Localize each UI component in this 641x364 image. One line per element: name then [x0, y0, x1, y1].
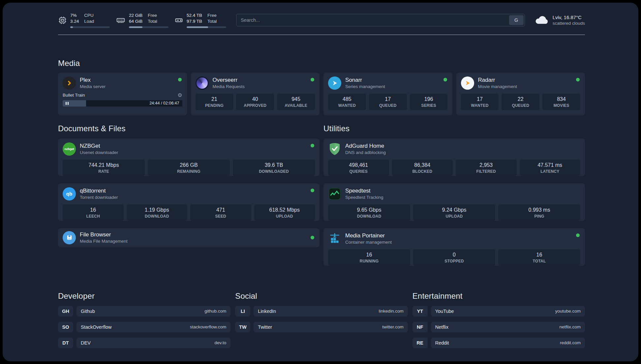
stat-label: PENDING	[197, 103, 232, 108]
settings-gear-icon[interactable]: ⚙	[177, 93, 182, 98]
stat-value: 471	[192, 207, 250, 213]
link-bar: Github github.com	[76, 306, 230, 317]
app-card-speedtest[interactable]: Speedtest Speedtest Tracking 9.65 Gbps D…	[323, 183, 585, 221]
section-title-media: Media	[58, 59, 585, 68]
stat-value: 16	[329, 252, 409, 258]
app-name: File Browser	[80, 231, 128, 238]
playback-time: 24:44 / 02:06:47	[149, 101, 179, 106]
section-title-documents: Documents & Files	[58, 124, 320, 133]
cpu-label: CPU	[84, 13, 94, 18]
memory-icon	[116, 16, 126, 25]
radarr-icon	[461, 76, 474, 90]
link-row-github[interactable]: GH Github github.com	[58, 306, 230, 317]
stat-label: QUEUED	[370, 103, 406, 108]
link-bar: DEV dev.to	[76, 338, 230, 348]
section-social: Social LI LinkedIn linkedin.com TW Twitt…	[235, 291, 408, 353]
stat-tile: 744.21 Mbps RATE	[63, 160, 145, 176]
app-card-radarr[interactable]: Radarr Movie management 17 WANTED 22 QUE…	[456, 73, 585, 115]
app-card-filebrowser[interactable]: File Browser Media File Management	[58, 228, 320, 247]
link-row-stackoverflow[interactable]: SO StackOverflow stackoverflow.com	[58, 322, 230, 332]
link-url: twitter.com	[382, 324, 404, 329]
stat-value: 86,384	[393, 162, 452, 168]
app-card-sonarr[interactable]: Sonarr Series management 485 WANTED 17 Q…	[323, 73, 452, 115]
link-abbr: YT	[412, 306, 428, 317]
stat-label: SERIES	[411, 103, 446, 108]
section-media: Media Plex Media server Bullet Train ⚙	[58, 59, 585, 115]
app-name: NZBGet	[80, 143, 118, 149]
stat-tile: 9.24 Gbps UPLOAD	[413, 204, 495, 221]
app-card-portainer[interactable]: Media Portainer Container management 16 …	[323, 228, 585, 266]
stat-tile: 9.65 Gbps DOWNLOAD	[328, 204, 410, 221]
stat-tile: 196 SERIES	[410, 94, 448, 110]
stat-tile: 618.52 Mbps UPLOAD	[254, 204, 315, 221]
stat-value: 21	[197, 96, 232, 102]
playback-progress-bar[interactable]: 24:44 / 02:06:47	[63, 100, 182, 106]
app-card-adguard[interactable]: AdGuard Home DNS and adblocking 498,461 …	[323, 138, 585, 176]
app-desc: Movie management	[478, 84, 517, 89]
stat-tile: 16 RUNNING	[328, 249, 410, 266]
link-url: dev.to	[215, 340, 227, 345]
link-row-reddit[interactable]: RE Reddit reddit.com	[412, 338, 585, 348]
link-abbr: NF	[412, 322, 428, 332]
ram-total-value: 64 GiB	[129, 18, 142, 24]
nzbget-icon: nzbget	[63, 142, 76, 156]
stat-label: DOWNLOAD	[128, 214, 186, 219]
stat-label: WANTED	[462, 103, 498, 108]
app-card-overseerr[interactable]: Overseerr Media Requests 21 PENDING 40 A…	[191, 73, 320, 115]
cpu-load-average: 3.24	[70, 18, 79, 24]
link-row-dev[interactable]: DT DEV dev.to	[58, 338, 230, 348]
link-bar: Reddit reddit.com	[431, 338, 585, 348]
section-title-utilities: Utilities	[323, 124, 585, 133]
stat-value: 485	[329, 96, 365, 102]
weather-widget: Lviv, 16.87°C scattered clouds	[535, 15, 585, 26]
link-abbr: TW	[235, 322, 250, 332]
plex-icon	[63, 76, 76, 90]
app-desc: Torrent downloader	[80, 195, 118, 200]
stat-value: 1.19 Gbps	[128, 207, 186, 213]
section-title-entertainment: Entertainment	[412, 291, 585, 301]
status-dot	[576, 233, 580, 237]
disk-free-label: Free	[207, 13, 217, 18]
section-entertainment: Entertainment YT YouTube youtube.com NF …	[412, 291, 585, 353]
stat-tile: 40 APPROVED	[236, 94, 274, 110]
stat-label: QUERIES	[329, 169, 388, 174]
stat-value: 945	[278, 96, 314, 102]
app-card-nzbget[interactable]: nzbget NZBGet Usenet downloader 744.21 M…	[58, 138, 320, 176]
app-name: Plex	[80, 77, 106, 83]
link-row-youtube[interactable]: YT YouTube youtube.com	[412, 306, 585, 317]
cpu-load-label: Load	[84, 18, 94, 24]
section-title-social: Social	[235, 291, 408, 301]
link-name: LinkedIn	[258, 309, 276, 314]
search-engine-button[interactable]: G	[509, 15, 524, 25]
disk-widget: 52.4 TB 97.9 TB Free Total	[174, 13, 226, 28]
stat-tile: 485 WANTED	[328, 94, 366, 110]
stat-value: 16	[500, 252, 579, 258]
stat-label: RUNNING	[329, 259, 409, 263]
app-name: Media Portainer	[345, 232, 392, 239]
ram-total-label: Total	[148, 18, 157, 24]
link-row-netflix[interactable]: NF Netflix netflix.com	[412, 322, 585, 332]
stat-value: 47.571 ms	[521, 162, 579, 168]
search-input[interactable]	[241, 17, 509, 23]
app-name: Overseerr	[213, 77, 245, 83]
status-dot	[311, 189, 314, 192]
app-card-plex[interactable]: Plex Media server Bullet Train ⚙ 24:44 /…	[58, 73, 187, 115]
stat-value: 2,953	[457, 162, 515, 168]
pause-icon[interactable]	[66, 102, 69, 105]
adguard-icon	[328, 142, 341, 156]
stat-tile: 266 GB REMAINING	[148, 160, 230, 176]
search-bar[interactable]: G	[236, 14, 525, 26]
app-card-qbittorrent[interactable]: qb qBittorrent Torrent downloader 16 LEE…	[58, 183, 320, 221]
stat-tile: 17 WANTED	[461, 94, 499, 110]
app-desc: Media Requests	[213, 84, 245, 89]
link-row-twitter[interactable]: TW Twitter twitter.com	[235, 322, 408, 332]
link-bar: Twitter twitter.com	[254, 322, 408, 332]
link-row-linkedin[interactable]: LI LinkedIn linkedin.com	[235, 306, 408, 317]
stat-value: 266 GB	[149, 162, 229, 168]
link-url: netflix.com	[559, 324, 581, 329]
link-name: Reddit	[435, 340, 449, 346]
stat-tile: 2,953 FILTERED	[456, 160, 517, 176]
link-name: Netflix	[435, 324, 448, 330]
stat-label: SEED	[192, 214, 250, 219]
stat-label: DOWNLOADED	[234, 169, 314, 174]
